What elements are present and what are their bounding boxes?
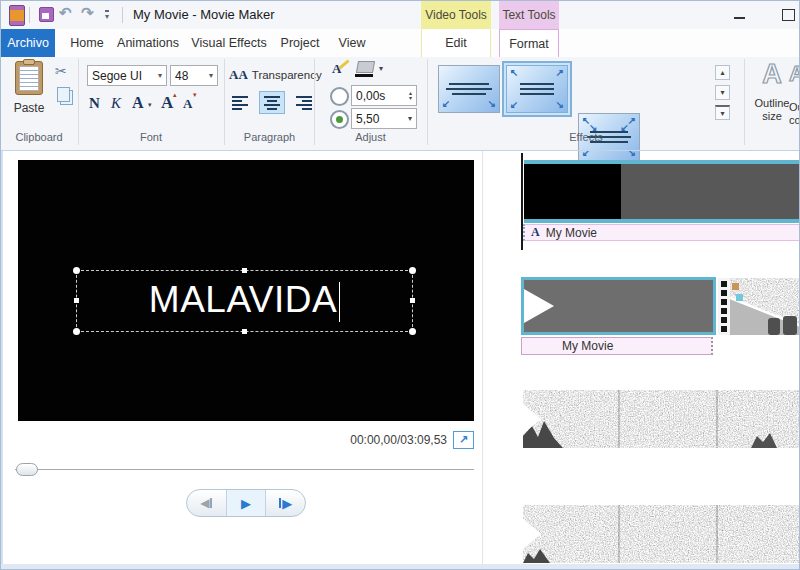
minimize-icon (734, 17, 745, 19)
effects-more-button[interactable]: ▾ (715, 105, 730, 120)
tab-format[interactable]: Format (499, 29, 559, 57)
filmstrip-icon (718, 278, 730, 335)
start-time-value: 0,00s (356, 89, 385, 103)
clock-icon (330, 87, 349, 106)
background-color-bar (355, 74, 373, 77)
timeline-clip-2-selected[interactable] (521, 277, 716, 335)
align-left-button[interactable] (231, 91, 257, 114)
video-preview[interactable]: MALAVIDA (18, 160, 474, 421)
resize-handle[interactable] (73, 328, 80, 335)
play-button[interactable]: ▶ (226, 490, 266, 516)
resize-handle[interactable] (409, 328, 416, 335)
effects-group-label: Effects (428, 131, 744, 143)
paragraph-group-label: Paragraph (225, 131, 314, 143)
stopwatch-icon (330, 110, 349, 129)
next-frame-icon: ▶ (282, 496, 292, 511)
copy-icon[interactable] (57, 87, 70, 102)
background-color-icon[interactable] (356, 61, 375, 73)
font-family-value: Segoe UI (92, 69, 142, 83)
tab-visual-effects[interactable]: Visual Effects (191, 29, 267, 57)
tab-animations[interactable]: Animations (115, 29, 181, 57)
effect-thumbnail-2-selected[interactable]: ↖ ↗ ↙ ↘ (502, 61, 572, 117)
play-icon: ▶ (241, 496, 251, 511)
shrink-font-button[interactable]: A (183, 96, 192, 112)
redo-icon[interactable]: ↷ (81, 4, 94, 22)
outline-color-a-icon: A (789, 61, 800, 86)
title-overlay-caption-1[interactable]: A My Movie (523, 224, 800, 241)
font-size-combo[interactable]: 48 ▾ (170, 65, 218, 86)
clip-flag-icon (524, 289, 554, 323)
timecode: 00:00,00/03:09,53 (281, 433, 447, 447)
bold-button[interactable]: N (89, 95, 100, 112)
preview-title-text[interactable]: MALAVIDA (77, 271, 412, 329)
transparency-button[interactable]: AA Transparency (229, 67, 322, 83)
text-title-icon: A (531, 225, 540, 240)
chevron-down-icon[interactable]: ▾ (148, 101, 152, 109)
outline-color-label-partial-1: Ou (789, 101, 800, 114)
align-right-button[interactable] (287, 91, 313, 114)
window-title: My Movie - Movie Maker (133, 1, 275, 29)
grow-font-button[interactable]: A (161, 93, 173, 113)
transparency-icon: AA (229, 67, 248, 83)
timeline-clip-2-thumbnail[interactable] (730, 278, 800, 335)
playback-controls: ◀ ▶ ▶ (186, 489, 306, 517)
title-text-box[interactable]: MALAVIDA (76, 270, 413, 332)
tab-edit[interactable]: Edit (421, 29, 491, 57)
tab-project[interactable]: Project (277, 29, 323, 57)
quick-access-dropdown-icon[interactable]: ▾ (105, 10, 109, 21)
next-frame-bar (279, 498, 281, 508)
cut-icon[interactable]: ✂ (55, 63, 67, 79)
seek-slider-track[interactable] (15, 469, 474, 470)
effects-scroll-down-button[interactable]: ▾ (715, 85, 730, 100)
font-color-button[interactable]: A (132, 94, 144, 112)
caption-2[interactable]: My Movie (521, 337, 713, 355)
align-center-button[interactable] (259, 91, 285, 114)
effect-arrow-icon: ↙ (510, 100, 518, 110)
resize-handle[interactable] (74, 298, 79, 303)
next-frame-button[interactable]: ▶ (265, 490, 305, 516)
font-family-combo[interactable]: Segoe UI ▾ (87, 65, 167, 86)
previous-frame-icon: ◀ (200, 496, 209, 510)
timeline-clip-1[interactable] (524, 160, 800, 223)
maximize-icon (782, 9, 795, 21)
tab-view[interactable]: View (333, 29, 371, 57)
effect-arrow-icon: ↖ (510, 68, 518, 78)
resize-handle[interactable] (242, 268, 247, 273)
resize-handle[interactable] (409, 267, 416, 274)
duration-field[interactable]: 5,50 ▾ (351, 108, 417, 129)
effects-scroll-up-button[interactable]: ▴ (715, 65, 730, 80)
tab-archivo[interactable]: Archivo (1, 29, 55, 57)
resize-handle[interactable] (242, 329, 247, 334)
shrink-arrow-icon: ▾ (193, 91, 197, 99)
save-icon[interactable] (39, 7, 54, 22)
window-left-edge (1, 151, 3, 565)
outline-color-button-partial[interactable]: A Ou co (789, 59, 800, 127)
italic-button[interactable]: K (111, 95, 121, 112)
previous-frame-button[interactable]: ◀ (187, 490, 226, 516)
chevron-down-icon[interactable]: ▾ (379, 64, 383, 73)
timeline-clip-3[interactable] (523, 390, 800, 448)
minimize-button[interactable] (729, 5, 751, 25)
app-icon[interactable] (9, 5, 25, 26)
undo-icon[interactable]: ↶ (59, 4, 72, 22)
timeline-clip-4[interactable] (523, 505, 800, 563)
adjust-group-label: Adjust (315, 131, 426, 143)
grow-arrow-icon: ▴ (173, 91, 177, 99)
text-tools-header: Text Tools (499, 1, 559, 29)
seek-slider-thumb[interactable] (16, 463, 38, 476)
panel-divider[interactable] (482, 151, 483, 565)
spinner[interactable]: ▴▾ (409, 91, 412, 101)
paste-button[interactable]: Paste (7, 61, 51, 125)
start-time-field[interactable]: 0,00s ▴▾ (351, 85, 417, 106)
tab-home[interactable]: Home (63, 29, 111, 57)
maximize-button[interactable] (777, 5, 799, 25)
resize-handle[interactable] (410, 298, 415, 303)
chevron-down-icon: ▾ (408, 114, 412, 123)
effect-thumbnail-1[interactable]: ↙ ↘ (438, 65, 500, 113)
ribbon: Paste ✂ Clipboard Segoe UI ▾ 48 ▾ N K A … (1, 57, 800, 150)
resize-handle[interactable] (73, 267, 80, 274)
fullscreen-button[interactable]: ↗ (453, 431, 474, 449)
ribbon-tab-row: Archivo Home Animations Visual Effects P… (1, 29, 800, 57)
video-tools-header: Video Tools (421, 1, 491, 29)
group-separator (744, 59, 745, 145)
